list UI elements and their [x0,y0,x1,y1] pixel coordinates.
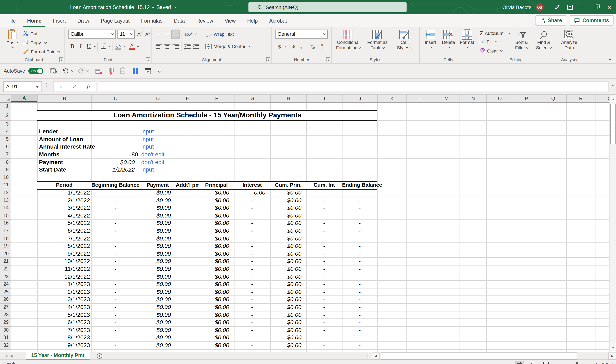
row-header-11[interactable]: 11 [0,182,11,189]
align-top-button[interactable] [155,29,163,39]
row-header-14[interactable]: 14 [0,204,11,212]
cell-D9[interactable]: input [140,166,176,173]
cell-G21[interactable]: - [234,258,270,265]
conditional-formatting-button[interactable]: Conditional Formatting [334,29,363,50]
menu-tab-insert[interactable]: Insert [49,14,70,27]
cell-F16[interactable]: $0.00 [199,220,234,227]
cell-D16[interactable]: $0.00 [140,220,176,227]
cell-D8[interactable]: don't edit [140,159,176,166]
cell-H24[interactable]: $0.00 [270,281,306,288]
row-header-24[interactable]: 24 [0,281,11,288]
format-painter-button[interactable]: Format Painter [23,49,61,54]
cell-F26[interactable]: $0.00 [199,296,234,303]
cell-D26[interactable]: $0.00 [140,296,176,303]
name-box-dropdown-icon[interactable] [36,86,39,88]
cell-D29[interactable]: $0.00 [140,319,176,326]
filter-sheet-button[interactable] [143,66,152,76]
autosum-button[interactable]: Σ AutoSum [480,30,510,37]
cell-I20[interactable]: - [306,250,342,258]
cell-H16[interactable]: $0.00 [270,220,306,227]
cell-D12[interactable]: $0.00 [140,189,176,196]
cell-I29[interactable]: - [306,319,342,326]
align-left-button[interactable] [155,42,163,51]
cell-H26[interactable]: $0.00 [270,296,306,303]
column-header-P[interactable]: P [513,95,540,102]
vertical-scroll-thumb[interactable] [610,104,616,144]
font-color-button[interactable]: A [128,42,136,51]
cell-D30[interactable]: $0.00 [140,327,176,334]
cell-G27[interactable]: - [234,304,270,311]
sheet-tab-active[interactable]: 15 Year - Monthly Pmt [26,352,89,360]
cell-F23[interactable]: $0.00 [199,273,234,280]
cell-I24[interactable]: - [306,281,342,288]
percent-style-button[interactable]: % [289,42,297,51]
cell-F25[interactable]: $0.00 [199,288,234,296]
cell-G29[interactable]: - [234,319,270,326]
user-name[interactable]: Olivia Bacote [502,4,531,10]
row-header-5[interactable]: 5 [0,136,11,143]
cell-D22[interactable]: $0.00 [140,265,176,273]
column-header-Q[interactable]: Q [540,95,566,102]
row-header-12[interactable]: 12 [0,189,11,197]
cell-F14[interactable]: $0.00 [199,204,234,211]
cell-I30[interactable]: - [306,327,342,334]
cell-C30[interactable]: - [91,327,140,334]
cell-J27[interactable]: - [342,304,377,311]
name-box[interactable]: A191 [3,81,42,92]
cell-I12[interactable]: - [306,189,342,196]
paste-values-button[interactable]: 123 [119,66,128,76]
fill-dropdown-icon[interactable] [495,40,497,42]
cell-I25[interactable]: - [306,288,342,296]
cell-C13[interactable]: - [91,197,140,204]
cell-D19[interactable]: $0.00 [140,243,176,250]
accounting-dropdown-icon[interactable] [284,45,286,47]
horizontal-scroll-thumb[interactable] [381,352,577,360]
cell-B7[interactable]: Months [37,151,91,158]
cell-J11[interactable]: Ending Balance [342,182,377,189]
cell-G32[interactable]: - [234,342,270,349]
cell-F28[interactable]: $0.00 [199,311,234,318]
cell-F22[interactable]: $0.00 [199,265,234,273]
page-break-view-icon[interactable] [542,361,551,364]
cell-D17[interactable]: $0.00 [140,227,176,234]
orientation-dropdown-icon[interactable] [195,32,197,35]
cell-H27[interactable]: $0.00 [270,304,306,311]
cell-D14[interactable]: $0.00 [140,204,176,211]
cell-H23[interactable]: $0.00 [270,273,306,280]
cell-G31[interactable]: - [234,334,270,341]
column-header-K[interactable]: K [377,95,406,102]
cell-C28[interactable]: - [91,311,140,318]
cell-J17[interactable]: - [342,227,377,234]
merge-center-dropdown-icon[interactable] [248,45,250,47]
cell-B11[interactable]: Period [37,182,91,189]
cell-F18[interactable]: $0.00 [199,235,234,242]
fill-color-dropdown-icon[interactable] [123,45,125,47]
cell-I17[interactable]: - [306,227,342,234]
borders-dropdown-icon[interactable] [108,45,111,47]
cell-B6[interactable]: Annual Interest Rate [37,143,91,151]
cell-G23[interactable]: - [234,273,270,280]
cell-B29[interactable]: 6/1/2023 [37,319,91,326]
menu-tab-home[interactable]: Home [23,14,45,27]
cell-J26[interactable]: - [342,296,377,303]
autosum-dropdown-icon[interactable] [508,32,510,34]
cell-J32[interactable]: - [342,342,377,349]
delete-cells-button[interactable]: Delete [440,29,457,48]
cell-D11[interactable]: Payment [140,182,176,189]
cell-H30[interactable]: $0.00 [270,327,306,334]
row-header-6[interactable]: 6 [0,143,11,151]
view-options-button[interactable] [131,66,140,76]
cell-H15[interactable]: $0.00 [270,212,306,219]
enter-icon[interactable]: ✓ [72,83,77,90]
cell-B2[interactable]: Loan Amortization Schedule - 15 Year/Mon… [37,110,377,120]
scroll-down-icon[interactable]: ▼ [610,343,616,352]
cell-I28[interactable]: - [306,311,342,318]
alignment-dialog-launcher-icon[interactable]: ↘ [266,57,270,62]
cell-B5[interactable]: Amount of Loan [37,136,91,143]
paste-dropdown-icon[interactable] [12,45,14,48]
cell-C16[interactable]: - [91,220,140,227]
cell-B23[interactable]: 12/1/2022 [37,273,91,280]
cell-G20[interactable]: - [234,250,270,258]
ribbon-display-options-icon[interactable] [563,0,576,14]
hscroll-left-icon[interactable]: ◀ [372,352,380,360]
